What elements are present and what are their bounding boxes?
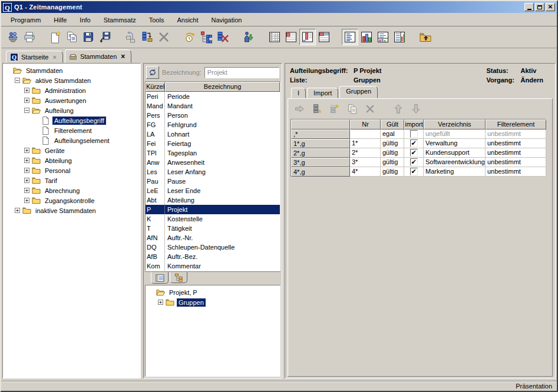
folder-up-button[interactable] xyxy=(417,29,434,45)
list-item[interactable]: KomKommentar xyxy=(146,261,280,271)
close-button[interactable]: ✕ xyxy=(546,3,555,11)
column-header-bezeichnung[interactable]: Bezeichnung xyxy=(165,82,280,92)
toggle-plus-icon[interactable]: + xyxy=(15,208,20,213)
toggle-minus-icon[interactable]: − xyxy=(24,108,29,113)
menu-item-navigation[interactable]: Navigation xyxy=(206,15,248,25)
insert-entry-button[interactable] xyxy=(327,101,342,117)
list-item[interactable]: AbtAbteilung xyxy=(146,195,280,205)
tree-item-aktive-stammdaten[interactable]: −aktive Stammdaten xyxy=(4,75,140,85)
tree-item-abrechnung[interactable]: +Abrechnung xyxy=(4,185,140,195)
row-header-cell[interactable]: 2*,g xyxy=(291,148,350,158)
list-item[interactable]: LeELeser Ende xyxy=(146,186,280,195)
import-checkbox[interactable]: ✔ xyxy=(410,168,418,175)
column-header-kuerzel[interactable]: Kürzel xyxy=(146,82,165,92)
import-checkbox[interactable]: ✔ xyxy=(410,158,418,166)
list-item[interactable]: AfNAuftr.-Nr. xyxy=(146,233,280,242)
list-item[interactable]: MandMandant xyxy=(146,101,280,111)
column-header-nr[interactable]: Nr xyxy=(350,119,381,129)
cell-verzeichnis[interactable]: Kundensupport xyxy=(424,148,486,158)
view-table-tab[interactable] xyxy=(151,272,169,284)
list-item[interactable]: DQSchleupen-Datenquelle xyxy=(146,242,280,252)
list-item[interactable]: AfBAuftr.-Bez. xyxy=(146,252,280,261)
menu-item-tools[interactable]: Tools xyxy=(143,15,170,25)
cell-gueltig[interactable]: gültig xyxy=(381,167,404,177)
menu-item-ansicht[interactable]: Ansicht xyxy=(171,15,204,25)
assign-list-button[interactable] xyxy=(139,29,156,45)
menu-item-stammsatz[interactable]: Stammsatz xyxy=(98,15,142,25)
list-item[interactable]: TTätigkeit xyxy=(146,224,280,233)
menu-item-programm[interactable]: Programm xyxy=(5,15,47,25)
list-item[interactable]: FGFehlgrund xyxy=(146,120,280,129)
close-tab-icon[interactable]: × xyxy=(120,52,125,61)
cell-nr[interactable] xyxy=(350,129,381,139)
view-list-chart-right-button[interactable] xyxy=(391,29,408,45)
cell-verzeichnis[interactable]: Marketing xyxy=(424,167,486,177)
view-chart-button[interactable] xyxy=(358,29,375,45)
toggle-plus-icon[interactable]: + xyxy=(24,168,29,173)
tree-item-inaktive-stammdaten[interactable]: +inaktive Stammdaten xyxy=(4,205,140,215)
cell-filterelement[interactable]: unbestimmt xyxy=(486,139,546,148)
cell-nr[interactable]: 1* xyxy=(350,139,381,148)
view-hierarchy-tab[interactable] xyxy=(170,272,187,283)
toggle-plus-icon[interactable]: + xyxy=(24,148,29,153)
layout-left-button[interactable] xyxy=(283,29,299,45)
toggle-plus-icon[interactable]: + xyxy=(24,188,29,193)
cell-filterelement[interactable]: unbestimmt xyxy=(486,148,546,158)
cell-verzeichnis[interactable]: Verwaltung xyxy=(424,139,486,148)
column-header-verzeichnis[interactable]: Verzeichnis xyxy=(424,119,486,129)
tree-item-tarif[interactable]: +Tarif xyxy=(4,175,140,185)
tree-item-administration[interactable]: +Administration xyxy=(4,85,140,95)
cell-filterelement[interactable]: unbestimmt xyxy=(486,167,546,177)
tree-item-aufteilungselement[interactable]: Aufteilungselement xyxy=(4,135,140,145)
list-item[interactable]: AnwAnwesenheit xyxy=(146,158,280,167)
delete-gray-button[interactable] xyxy=(362,101,378,117)
row-header-cell[interactable]: 1*,g xyxy=(291,139,350,148)
detail-tab-import[interactable]: Import xyxy=(307,88,338,98)
column-header-filterelement[interactable]: Filterelement xyxy=(486,119,546,129)
person-export-button[interactable] xyxy=(240,29,257,45)
list-item[interactable]: PersPerson xyxy=(146,111,280,120)
maximize-button[interactable] xyxy=(535,3,544,11)
list-delete-button[interactable] xyxy=(214,29,231,45)
list-item[interactable]: LesLeser Anfang xyxy=(146,167,280,177)
move-down-button[interactable] xyxy=(408,101,424,117)
swap-search-button[interactable] xyxy=(146,66,159,79)
copy-button[interactable] xyxy=(64,29,80,45)
detail-tab-gruppen[interactable]: Gruppen xyxy=(339,86,378,98)
column-header-gült[interactable]: Gült xyxy=(381,119,404,129)
tab-startseite[interactable]: QStartseite× xyxy=(6,51,63,63)
users-button[interactable] xyxy=(5,29,21,45)
tree-item-auswertungen[interactable]: +Auswertungen xyxy=(4,95,140,105)
refresh-button[interactable] xyxy=(181,29,198,45)
add-entry-button[interactable] xyxy=(309,101,325,117)
import-checkbox[interactable]: ✔ xyxy=(410,139,418,147)
toggle-plus-icon[interactable]: + xyxy=(24,198,29,203)
copy-gray-button[interactable] xyxy=(345,101,360,117)
list-item[interactable]: PauPause xyxy=(146,177,280,186)
cell-verzeichnis[interactable]: Softwareentwicklung xyxy=(424,158,486,167)
print-button[interactable] xyxy=(21,29,38,45)
tree-item-stammdaten[interactable]: Stammdaten xyxy=(4,65,140,75)
cell-gueltig[interactable]: gültig xyxy=(381,139,404,148)
list-item[interactable]: FeiFeiertag xyxy=(146,139,280,148)
cell-verzeichnis[interactable]: ungefüllt xyxy=(424,129,486,139)
save-button[interactable] xyxy=(80,29,97,45)
layout-vertical-button[interactable] xyxy=(299,29,316,45)
minimize-button[interactable] xyxy=(524,3,534,11)
import-checkbox[interactable]: ✔ xyxy=(410,149,418,157)
revert-item-button[interactable] xyxy=(123,29,139,45)
tree-item-personal[interactable]: +Personal xyxy=(4,165,140,175)
tree-item-gruppen[interactable]: +Gruppen xyxy=(147,297,279,307)
row-header-cell[interactable]: 3*,g xyxy=(291,158,350,167)
list-item[interactable]: LALohnart xyxy=(146,129,280,139)
list-item[interactable]: KKostenstelle xyxy=(146,214,280,224)
toggle-plus-icon[interactable]: + xyxy=(24,98,29,103)
cell-nr[interactable]: 3* xyxy=(350,158,381,167)
delete-button[interactable] xyxy=(156,29,172,45)
toggle-plus-icon[interactable]: + xyxy=(24,178,29,183)
toggle-plus-icon[interactable]: + xyxy=(158,300,163,305)
tree-item-aufteilungsbegriff[interactable]: Aufteilungsbegriff xyxy=(4,115,140,125)
column-header-import[interactable]: import xyxy=(404,119,424,129)
row-header-cell[interactable]: 4*,g xyxy=(291,167,350,177)
arrow-right-button[interactable] xyxy=(292,101,307,117)
